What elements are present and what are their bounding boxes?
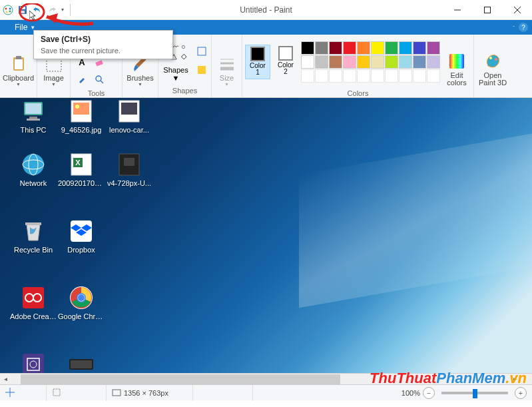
bin-icon: [20, 218, 47, 244]
color-swatch-empty[interactable]: [427, 69, 440, 83]
svg-rect-45: [124, 158, 134, 166]
chrome-icon: [68, 284, 95, 311]
desktop-icon-recycle-bin[interactable]: Recycle Bin: [9, 218, 57, 254]
color-swatch-empty[interactable]: [371, 69, 384, 83]
color-swatch-empty[interactable]: [385, 69, 398, 83]
edit-colors-icon: [446, 51, 467, 72]
desktop-icon-keyboard[interactable]: [57, 351, 105, 373]
svg-rect-60: [71, 360, 92, 368]
redo-icon[interactable]: [47, 5, 57, 15]
color-swatch[interactable]: [427, 55, 440, 69]
color-swatch[interactable]: [385, 41, 398, 55]
desktop-icon-adobe-creative[interactable]: Adobe Creati...: [9, 284, 57, 320]
desktop-icon-cpu-icon[interactable]: [9, 351, 57, 373]
qat-dropdown-icon[interactable]: ▾: [61, 7, 64, 13]
color-swatch-empty[interactable]: [301, 69, 314, 83]
tooltip-body: Save the current picture.: [41, 47, 166, 55]
svg-point-55: [78, 294, 85, 301]
color-swatch[interactable]: [385, 55, 398, 69]
desktop-icon-dropbox[interactable]: Dropbox: [57, 218, 105, 254]
colors-group-label: Colors: [242, 89, 473, 97]
svg-point-27: [489, 57, 492, 59]
color-swatch[interactable]: [357, 55, 370, 69]
color-swatch[interactable]: [413, 41, 426, 55]
undo-icon[interactable]: [32, 5, 43, 15]
svg-rect-64: [113, 390, 121, 396]
color-swatch[interactable]: [301, 41, 314, 55]
zoom-level: 100%: [401, 389, 420, 397]
color-swatch[interactable]: [315, 55, 328, 69]
color-swatch[interactable]: [329, 55, 342, 69]
color-swatch-empty[interactable]: [315, 69, 328, 83]
color-swatch-empty[interactable]: [413, 69, 426, 83]
clipboard-button[interactable]: Clipboard ▼: [3, 36, 34, 88]
zoom-out-button[interactable]: −: [423, 387, 435, 399]
minimize-button[interactable]: [442, 0, 472, 20]
save-tooltip: Save (Ctrl+S) Save the current picture.: [33, 30, 173, 59]
edit-colors-button[interactable]: Edit colors: [443, 36, 471, 88]
color-swatch-empty[interactable]: [399, 69, 412, 83]
svg-rect-18: [95, 60, 103, 66]
color-swatch[interactable]: [301, 55, 314, 69]
color-swatch-empty[interactable]: [343, 69, 356, 83]
picker-tool[interactable]: [75, 72, 89, 87]
desktop-icon-network[interactable]: Network: [9, 151, 57, 187]
canvas[interactable]: This PC9_46526.jpglenovo-car...NetworkX2…: [0, 98, 532, 373]
open-paint3d-button[interactable]: Open Paint 3D: [477, 36, 509, 88]
color-palette: [301, 41, 440, 83]
svg-rect-34: [73, 103, 89, 115]
scroll-thumb[interactable]: [21, 374, 340, 384]
save-icon[interactable]: [17, 5, 28, 15]
maximize-button[interactable]: [472, 0, 502, 20]
desktop-icon-this-pc[interactable]: This PC: [9, 98, 57, 134]
color-swatch[interactable]: [371, 55, 384, 69]
desktop-icon-xls-2009[interactable]: X2009201708...: [57, 151, 105, 187]
color-swatch[interactable]: [399, 55, 412, 69]
color-swatch[interactable]: [413, 55, 426, 69]
color-swatch[interactable]: [427, 41, 440, 55]
svg-rect-37: [121, 103, 137, 115]
outline-button[interactable]: [194, 44, 209, 59]
scroll-left-button[interactable]: ◄: [0, 374, 11, 385]
size-button[interactable]: Size ▼: [214, 36, 239, 88]
ribbon-chevron-icon[interactable]: ˇ: [513, 25, 515, 31]
svg-rect-16: [16, 56, 21, 59]
image-dimensions: 1356 × 763px: [124, 389, 168, 397]
color-swatch[interactable]: [343, 55, 356, 69]
zoom-tool[interactable]: [92, 72, 107, 87]
svg-rect-63: [53, 389, 60, 396]
network-icon: [20, 151, 47, 178]
color1-button[interactable]: Color 1: [245, 45, 270, 79]
svg-point-38: [23, 154, 44, 175]
svg-point-28: [495, 58, 497, 61]
color-swatch[interactable]: [371, 41, 384, 55]
desktop-icon-img-946526[interactable]: 9_46526.jpg: [57, 98, 105, 134]
paint-app-icon[interactable]: [3, 5, 13, 15]
close-button[interactable]: [502, 0, 532, 20]
shape-oval[interactable]: ○: [181, 43, 190, 51]
color-swatch-empty[interactable]: [357, 69, 370, 83]
desktop-icon-lenovo-car[interactable]: lenovo-car...: [105, 98, 153, 134]
color-swatch[interactable]: [399, 41, 412, 55]
svg-rect-15: [15, 59, 23, 69]
dark-icon: [116, 151, 142, 178]
color2-button[interactable]: Color 2: [273, 45, 298, 79]
svg-rect-21: [198, 47, 206, 55]
svg-rect-6: [20, 7, 25, 9]
color-swatch[interactable]: [357, 41, 370, 55]
fill-button[interactable]: [194, 63, 209, 77]
svg-point-3: [6, 11, 8, 13]
desktop-icon-v4-728px[interactable]: v4-728px-U...: [105, 151, 153, 187]
color-swatch[interactable]: [315, 41, 328, 55]
color-swatch-empty[interactable]: [329, 69, 342, 83]
paint3d-icon: [482, 51, 503, 72]
help-icon[interactable]: ?: [519, 23, 528, 32]
color-swatch[interactable]: [343, 41, 356, 55]
shape-dia[interactable]: ◇: [181, 52, 190, 61]
svg-rect-26: [449, 54, 464, 69]
window-controls: [442, 0, 532, 20]
zoom-in-button[interactable]: +: [515, 387, 527, 399]
zoom-slider[interactable]: [441, 392, 508, 394]
color-swatch[interactable]: [329, 41, 342, 55]
desktop-icon-google-chrome[interactable]: Google Chrome: [57, 284, 105, 320]
